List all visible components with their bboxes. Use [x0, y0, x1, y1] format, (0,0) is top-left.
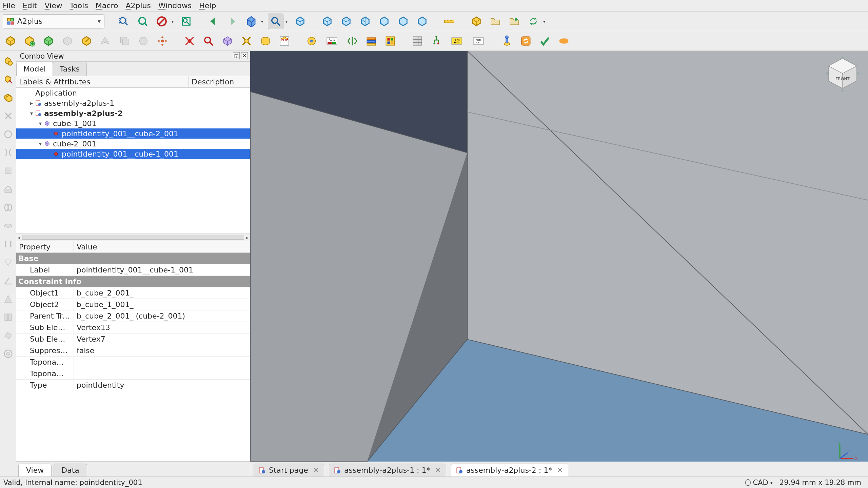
tree-row[interactable]: ▾cube-2_001 — [16, 139, 250, 149]
a2p-convert-button[interactable] — [136, 33, 151, 49]
constraint-point-on-plane-button[interactable] — [1, 91, 15, 104]
close-icon[interactable]: ✕ — [435, 466, 441, 474]
a2p-copy-button[interactable] — [117, 33, 132, 49]
isometric-view-button[interactable] — [292, 14, 308, 29]
constraint-lock-button[interactable] — [1, 347, 15, 361]
menu-a2plus[interactable]: A2plus — [125, 1, 151, 10]
document-tab[interactable]: assembly-a2plus-2 : 1*✕ — [451, 464, 568, 476]
close-icon[interactable]: ✕ — [241, 52, 248, 59]
a2p-add-shape-button[interactable] — [22, 33, 37, 49]
a2p-delete-constraint-button[interactable] — [182, 33, 197, 49]
expand-toggle[interactable]: ▾ — [28, 110, 35, 117]
property-row[interactable]: Sub Elem…Vertex7 — [16, 333, 250, 345]
constraint-plane-angle-button[interactable] — [1, 274, 15, 287]
a2p-check-button[interactable] — [537, 33, 553, 49]
property-header-value[interactable]: Value — [74, 241, 100, 252]
bounding-box-button[interactable] — [178, 14, 194, 29]
constraint-edit-button[interactable] — [1, 329, 15, 342]
tab-tasks[interactable]: Tasks — [53, 62, 87, 76]
a2p-show-hierarchy-button[interactable] — [258, 33, 273, 49]
a2p-clear-button[interactable] — [556, 33, 572, 49]
property-value[interactable]: pointIdentity_001__cube-1_001 — [74, 264, 250, 276]
link-nav-button[interactable] — [243, 14, 259, 29]
sync-button[interactable] — [526, 14, 541, 29]
workbench-selector[interactable]: A2plus ▾ — [3, 14, 104, 28]
property-row[interactable]: Sub Elem…Vertex13 — [16, 322, 250, 333]
a2p-flip-button[interactable] — [344, 33, 360, 49]
view-rear-button[interactable] — [376, 14, 392, 29]
a2p-solve-button[interactable] — [304, 33, 319, 49]
constraint-sphere-button[interactable] — [1, 109, 15, 123]
a2p-move-part-button[interactable] — [155, 33, 170, 49]
tab-data[interactable]: Data — [54, 464, 87, 476]
nav-forward-button[interactable] — [224, 14, 240, 29]
property-row[interactable]: Parent Tre…b_cube_2_001_ (cube-2_001) — [16, 310, 250, 322]
constraint-planes-parallel-button[interactable] — [1, 164, 15, 178]
constraint-axis-coinc-button[interactable] — [1, 201, 15, 214]
property-value[interactable]: pointIdentity — [74, 380, 250, 391]
measure-button[interactable] — [441, 14, 457, 29]
view-top-button[interactable] — [338, 14, 354, 29]
menu-macro[interactable]: Macro — [96, 1, 118, 10]
menu-view[interactable]: View — [44, 1, 62, 10]
tree-row[interactable]: ▾cube-1_001 — [16, 118, 250, 128]
a2p-partslist-button[interactable]: PartsList — [469, 33, 488, 49]
part-button[interactable] — [469, 14, 484, 29]
a2p-treeview-button[interactable] — [429, 33, 444, 49]
property-row[interactable]: Object2b_cube_1_001_ — [16, 299, 250, 310]
tree-row[interactable]: ▸assembly-a2plus-1 — [16, 98, 250, 108]
constraint-angled-button[interactable] — [1, 219, 15, 232]
constraint-point-identity-button[interactable] — [1, 54, 15, 68]
property-value[interactable]: Vertex13 — [74, 322, 250, 333]
tree-row[interactable]: Application — [16, 88, 250, 98]
property-value[interactable]: Vertex7 — [74, 333, 250, 345]
constraint-point-on-line-button[interactable] — [1, 73, 15, 86]
property-row[interactable]: Toponame2 — [16, 368, 250, 380]
constraint-multiparallel-button[interactable] — [1, 310, 15, 324]
a2p-autosolve-button[interactable]: Auto — [323, 33, 341, 49]
fit-selection-button[interactable] — [135, 14, 151, 29]
property-row[interactable]: Toponame1 — [16, 357, 250, 368]
property-value[interactable]: b_cube_2_001_ (cube-2_001) — [74, 310, 250, 322]
view-left-button[interactable] — [414, 14, 430, 29]
document-tab[interactable]: Start page✕ — [254, 464, 324, 476]
menu-file[interactable]: File — [3, 1, 15, 10]
a2p-toggle-autosolve-button[interactable] — [382, 33, 398, 49]
expand-toggle[interactable]: ▾ — [37, 141, 43, 147]
tab-view[interactable]: View — [18, 464, 52, 476]
chevron-down-icon[interactable]: ▾ — [284, 14, 289, 29]
a2p-update-parts-button[interactable] — [41, 33, 56, 49]
constraint-plane-coincident-button[interactable] — [1, 256, 15, 269]
a2p-isolate-button[interactable] — [220, 33, 235, 49]
property-header-property[interactable]: Property — [16, 241, 74, 252]
model-tree[interactable]: Application▸assembly-a2plus-1▾assembly-a… — [16, 88, 250, 233]
a2p-save-button[interactable] — [98, 33, 113, 49]
view-front-button[interactable] — [319, 14, 335, 29]
property-value[interactable]: false — [74, 345, 250, 356]
property-value[interactable]: b_cube_2_001_ — [74, 287, 250, 299]
3d-viewport[interactable]: FRONT x y z Start page✕assembly-a2plus-1… — [250, 51, 868, 476]
menu-help[interactable]: Help — [199, 1, 216, 10]
close-icon[interactable]: ✕ — [313, 466, 319, 474]
constraint-plane-parallel-button[interactable] — [1, 237, 15, 251]
expand-toggle[interactable]: ▸ — [28, 100, 35, 106]
close-icon[interactable]: ✕ — [557, 466, 563, 474]
constraint-circular-button[interactable] — [1, 127, 15, 141]
chevron-down-icon[interactable]: ▾ — [542, 14, 547, 29]
tree-row[interactable]: pointIdentity_001__cube-2_001 — [16, 128, 250, 139]
a2p-dof-button[interactable]: PDF — [277, 33, 292, 49]
document-tab[interactable]: assembly-a2plus-1 : 1*✕ — [329, 464, 446, 476]
property-row[interactable]: Suppressedfalse — [16, 345, 250, 357]
a2p-diagnose-button[interactable] — [499, 33, 515, 49]
fit-all-button[interactable] — [116, 14, 132, 29]
draw-style-button[interactable] — [154, 14, 170, 29]
tree-header-description[interactable]: Description — [189, 76, 250, 87]
property-row[interactable]: TypepointIdentity — [16, 380, 250, 391]
a2p-axis-button[interactable] — [363, 33, 379, 49]
a2p-toggle-transparency-button[interactable] — [239, 33, 254, 49]
view-bottom-button[interactable] — [395, 14, 411, 29]
menu-tools[interactable]: Tools — [70, 1, 88, 10]
tree-row[interactable]: pointIdentity_001__cube-1_001 — [16, 149, 250, 159]
a2p-duplicate-button[interactable] — [60, 33, 75, 49]
a2p-partsinfo-button[interactable]: PartsInfo — [448, 33, 466, 49]
